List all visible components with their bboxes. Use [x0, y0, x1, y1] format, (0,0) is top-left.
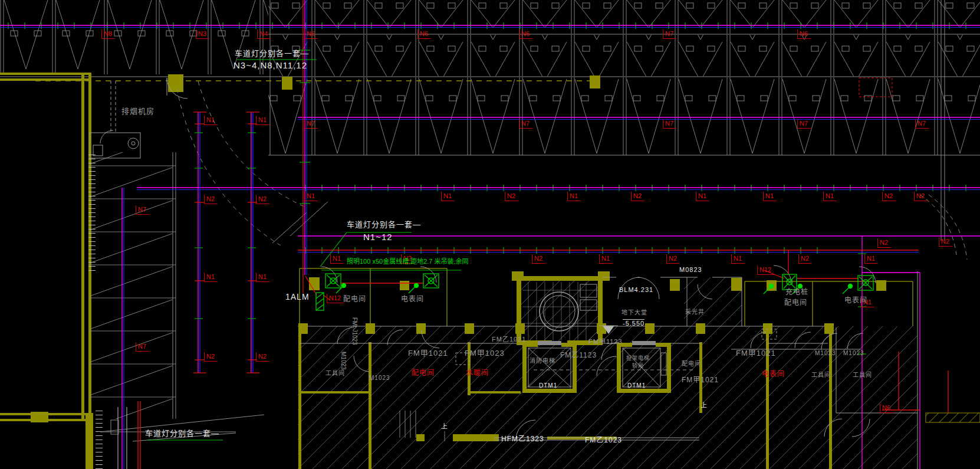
circuit-tag: N2	[882, 192, 896, 201]
room-meter: 电表间	[401, 296, 424, 303]
circuit-tag: N6	[304, 29, 318, 39]
room-distribution-small: 配电间	[682, 361, 701, 367]
door-label-m0823: M0823	[679, 267, 702, 273]
lighting-trunk-note: 照明100 x50金属线槽,距地2.7 米吊装,余同	[347, 258, 469, 265]
door-label: M1023	[815, 350, 836, 356]
circuit-tag: N7	[663, 119, 676, 129]
circuit-tag: N2	[505, 192, 518, 201]
door-label: FM甲1023	[465, 349, 505, 357]
circuit-tag: N7	[136, 342, 149, 352]
circuit-tag: N2	[939, 237, 952, 247]
circuit-tag: N7	[519, 119, 532, 129]
circuit-tag: N2	[256, 352, 269, 362]
circuit-tag: N1	[441, 192, 455, 201]
elevator-machine-label: DTM1	[539, 383, 557, 389]
circuit-tag: N1	[731, 254, 745, 264]
circuit-tag: N1	[763, 192, 777, 201]
room-smoke-exhaust: 排烟机房	[121, 107, 154, 115]
circuit-tag: N7	[915, 119, 929, 129]
lane-lights-note-top: 车道灯分别各一套—	[235, 50, 309, 57]
circuit-tag: N1	[567, 192, 581, 201]
circuit-tag: N8	[101, 29, 115, 39]
door-label: FM乙1021	[492, 336, 526, 343]
circuit-tag: N7	[663, 29, 676, 39]
circuit-tag: N2	[877, 238, 891, 248]
circuit-tag: N7	[136, 205, 149, 215]
lighting-panel-d	[858, 276, 873, 290]
circuit-tag: N2	[204, 195, 218, 204]
circuit-tag: N1	[330, 254, 344, 264]
circuit-tag: N1	[256, 116, 269, 125]
room-ev-charging: 配电间	[784, 299, 807, 306]
room-meter-red: 电表间	[762, 370, 785, 378]
circuit-tag: N3	[196, 29, 209, 39]
circuit-tag: N1	[256, 273, 269, 282]
stair-up-label: 上	[701, 402, 708, 409]
door-label: FM乙1023	[351, 317, 357, 345]
door-label: FM甲1021	[408, 349, 448, 357]
room-distribution: 配电间	[343, 296, 366, 303]
circuit-tag: N1	[696, 192, 709, 201]
lighting-panel-a	[325, 274, 341, 288]
circuit-tag: N2	[914, 192, 928, 201]
room-plumbing-red: 水暖间	[466, 369, 489, 376]
circuit-tag: N6	[797, 29, 811, 39]
door-label: M1023	[843, 350, 864, 356]
circuit-tag: N1	[204, 273, 218, 282]
door-label: M1023	[369, 375, 390, 381]
door-label: FM甲1021	[682, 376, 719, 383]
circuit-tag: N2	[798, 254, 812, 264]
circuit-tag: N6	[519, 29, 532, 39]
circuit-tag: N12	[757, 265, 774, 275]
room-distribution-red: 配电间	[412, 369, 435, 376]
circuit-tag: N1	[204, 116, 218, 125]
room-meter: 电表间	[844, 297, 867, 304]
elevator-label-stretcher: 担架电梯	[626, 356, 650, 361]
circuit-tag: N7	[304, 119, 318, 129]
circuit-tag: N2	[532, 254, 545, 264]
door-label: FM甲1021	[736, 349, 776, 357]
circuit-tag: N7	[797, 119, 811, 129]
door-label: FM乙1023	[585, 437, 622, 444]
door-label: M1023	[340, 352, 346, 370]
stair-up-label: 上	[441, 424, 448, 430]
alm-panel-label: 1ALM	[285, 293, 310, 301]
circuit-tag: N2	[256, 195, 269, 204]
lane-lights-circuits-top: N3~4,N8,N11,12	[234, 61, 307, 70]
lane-lights-circuits-mid: N1~12	[363, 232, 393, 241]
circuit-tag: N4	[257, 29, 271, 39]
circuit-tag: N2	[631, 192, 644, 201]
circuit-tag: N6	[880, 404, 893, 413]
door-label-blm: BLM4.231	[619, 287, 653, 293]
panel-1alm	[316, 293, 324, 310]
circuit-tag: N1	[864, 254, 878, 264]
elevator-label-stretcher: 轿厢	[632, 363, 644, 369]
circuit-tag: N6	[417, 29, 431, 39]
circuit-tag: N12	[327, 294, 344, 303]
cad-garage-electrical-plan: N8 N3 N4 N6 N6 N6 N7 N6 N7 N7 N7 N7 N7 N…	[0, 0, 980, 469]
elevator-label-fire: 消防电梯	[530, 358, 555, 364]
room-lobby: 地下大堂	[621, 310, 647, 316]
lane-lights-note-bottom: 车道灯分别各一套—	[145, 429, 219, 437]
plan-drawing	[0, 0, 980, 469]
room-ev-charging: 充电桩	[785, 288, 808, 296]
elevator-machine-label: DTM1	[627, 383, 646, 389]
door-label: FM甲1123	[588, 339, 623, 345]
room-tool: 工具间	[811, 372, 831, 378]
room-lightwell: 采光井	[685, 309, 705, 315]
room-tool: 工具间	[853, 372, 872, 378]
door-label: HFM乙1323	[501, 435, 544, 442]
circuit-tag: N2	[204, 352, 218, 362]
circuit-tag: N1	[304, 192, 318, 201]
circuit-tag: N2	[666, 254, 680, 264]
circuit-tag: N1	[823, 192, 837, 201]
lane-lights-note-mid: 车道灯分别各一套—	[347, 221, 421, 228]
elevation-label: -5.550	[623, 319, 644, 327]
room-tool: 工具间	[325, 370, 345, 376]
circuit-tag: N1	[599, 254, 613, 264]
side-parking-strip	[88, 152, 176, 469]
door-label: FM乙1123	[560, 352, 597, 359]
